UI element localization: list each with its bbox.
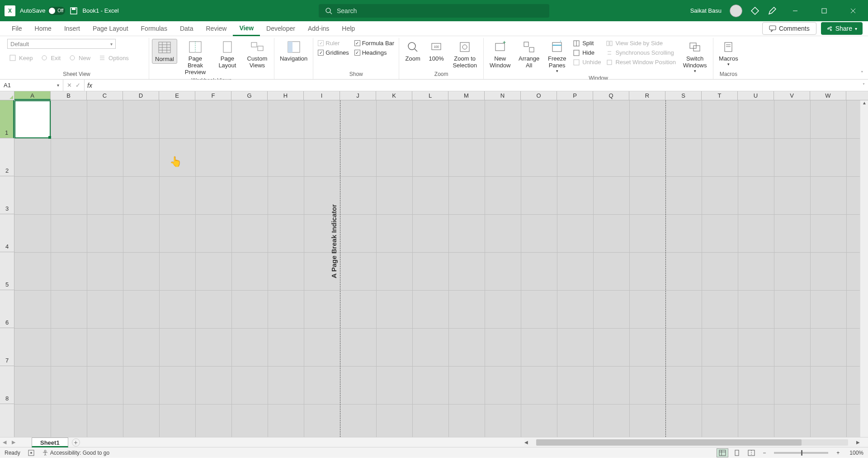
col-header-C[interactable]: C: [87, 91, 123, 100]
col-header-M[interactable]: M: [448, 91, 485, 100]
close-button[interactable]: [843, 4, 863, 18]
col-header-U[interactable]: U: [738, 91, 774, 100]
svg-text:100: 100: [434, 45, 439, 48]
col-header-H[interactable]: H: [268, 91, 304, 100]
collapse-ribbon-button[interactable]: ˅: [861, 71, 863, 76]
col-header-Q[interactable]: Q: [593, 91, 629, 100]
next-sheet-button[interactable]: ▶: [9, 439, 18, 445]
cell-grid[interactable]: A Page Break Indicator: [14, 100, 868, 437]
col-header-A[interactable]: A: [14, 91, 51, 100]
svg-rect-45: [607, 41, 609, 46]
col-header-B[interactable]: B: [51, 91, 87, 100]
headings-checkbox[interactable]: ✓Headings: [353, 48, 396, 57]
col-header-T[interactable]: T: [702, 91, 738, 100]
zoom-button[interactable]: Zoom: [402, 39, 424, 63]
row-header-1[interactable]: 1: [0, 100, 14, 138]
zoom-slider[interactable]: [774, 452, 828, 454]
tab-formulas[interactable]: Formulas: [135, 21, 174, 36]
sheet-tab-1[interactable]: Sheet1: [32, 437, 68, 447]
select-all-corner[interactable]: [0, 91, 14, 100]
vertical-scrollbar[interactable]: ▲: [860, 100, 868, 437]
col-header-K[interactable]: K: [376, 91, 412, 100]
sheetview-select[interactable]: Default: [7, 39, 116, 49]
arrange-all-button[interactable]: Arrange All: [515, 39, 542, 70]
pen-icon[interactable]: [768, 6, 777, 15]
col-header-D[interactable]: D: [123, 91, 159, 100]
col-header-J[interactable]: J: [340, 91, 376, 100]
tab-data[interactable]: Data: [174, 21, 200, 36]
row-header-2[interactable]: 2: [0, 138, 14, 176]
formula-input[interactable]: [95, 80, 859, 91]
normal-view-status-button[interactable]: [717, 448, 728, 457]
save-icon[interactable]: [70, 7, 78, 15]
zoom-level[interactable]: 100%: [845, 450, 863, 456]
search-box[interactable]: Search: [319, 4, 549, 18]
col-header-S[interactable]: S: [665, 91, 702, 100]
new-window-button[interactable]: +New Window: [486, 39, 514, 70]
col-header-I[interactable]: I: [304, 91, 340, 100]
minimize-button[interactable]: [785, 4, 806, 18]
col-header-R[interactable]: R: [629, 91, 665, 100]
macros-button[interactable]: Macros▾: [716, 39, 741, 67]
tab-home[interactable]: Home: [28, 21, 58, 36]
name-box[interactable]: A1: [0, 80, 63, 91]
gridlines-checkbox[interactable]: ✓Gridlines: [316, 48, 350, 57]
tab-file[interactable]: File: [5, 21, 28, 36]
add-sheet-button[interactable]: +: [72, 438, 80, 447]
zoom-in-button[interactable]: +: [834, 450, 842, 456]
formula-bar-checkbox[interactable]: ✓Formula Bar: [353, 39, 396, 47]
col-header-F[interactable]: F: [195, 91, 231, 100]
row-header-8[interactable]: 8: [0, 366, 14, 404]
tab-help[interactable]: Help: [335, 21, 361, 36]
page-layout-button[interactable]: Page Layout: [213, 39, 241, 70]
horizontal-scrollbar[interactable]: ◀ ▶: [524, 438, 860, 447]
col-header-P[interactable]: P: [557, 91, 593, 100]
svg-point-33: [462, 45, 467, 49]
col-header-N[interactable]: N: [485, 91, 521, 100]
page-break-status-button[interactable]: [745, 448, 757, 457]
col-header-O[interactable]: O: [521, 91, 557, 100]
avatar[interactable]: [730, 5, 742, 17]
diamond-icon[interactable]: [750, 6, 760, 15]
fx-icon[interactable]: fx: [85, 80, 95, 91]
row-header-7[interactable]: 7: [0, 328, 14, 366]
share-button[interactable]: Share ▾: [821, 22, 863, 35]
col-header-G[interactable]: G: [231, 91, 268, 100]
col-header-V[interactable]: V: [774, 91, 810, 100]
tab-insert[interactable]: Insert: [58, 21, 86, 36]
accessibility-status[interactable]: Accessibility: Good to go: [42, 450, 109, 456]
row-header-5[interactable]: 5: [0, 252, 14, 290]
row-header-3[interactable]: 3: [0, 176, 14, 214]
tab-page-layout[interactable]: Page Layout: [86, 21, 135, 36]
expand-formula-bar[interactable]: ˅: [859, 80, 868, 91]
page-layout-status-button[interactable]: [731, 448, 743, 457]
tab-view[interactable]: View: [233, 21, 260, 36]
zoom-selection-button[interactable]: Zoom to Selection: [449, 39, 481, 70]
col-header-E[interactable]: E: [159, 91, 195, 100]
switch-windows-button[interactable]: Switch Windows▾: [679, 39, 710, 74]
row-header-6[interactable]: 6: [0, 290, 14, 328]
record-macro-icon[interactable]: [28, 449, 35, 456]
col-header-W[interactable]: W: [810, 91, 846, 100]
hide-icon: [573, 50, 580, 56]
zoom-out-button[interactable]: −: [760, 450, 769, 456]
navigation-button[interactable]: Navigation: [277, 39, 310, 63]
split-button[interactable]: Split: [571, 39, 603, 47]
normal-view-button[interactable]: Normal: [152, 39, 177, 64]
row-header-4[interactable]: 4: [0, 214, 14, 252]
custom-views-button[interactable]: Custom Views: [243, 39, 271, 70]
zoom-100-button[interactable]: 100100%: [425, 39, 447, 63]
tab-review[interactable]: Review: [200, 21, 233, 36]
hide-button[interactable]: Hide: [571, 48, 603, 57]
prev-sheet-button[interactable]: ◀: [0, 439, 9, 445]
col-header-L[interactable]: L: [412, 91, 448, 100]
tab-addins[interactable]: Add-ins: [302, 21, 335, 36]
maximize-button[interactable]: [814, 4, 835, 18]
comments-button[interactable]: Comments: [762, 22, 816, 35]
autosave-toggle[interactable]: AutoSave Off: [20, 7, 65, 15]
unhide-icon: [573, 59, 580, 66]
tab-developer[interactable]: Developer: [260, 21, 302, 36]
page-break-preview-button[interactable]: Page Break Preview: [179, 39, 212, 76]
active-cell[interactable]: [14, 100, 51, 138]
freeze-panes-button[interactable]: *Freeze Panes▾: [544, 39, 570, 74]
